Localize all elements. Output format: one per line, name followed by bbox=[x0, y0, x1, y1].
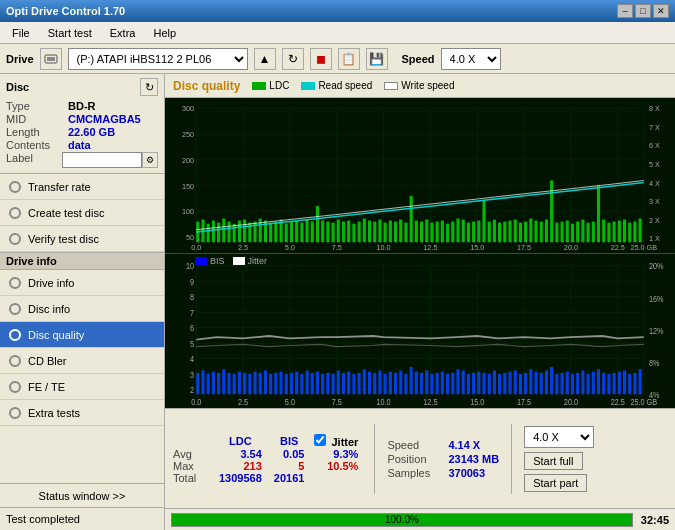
svg-rect-82 bbox=[519, 223, 522, 243]
svg-rect-101 bbox=[618, 221, 621, 243]
svg-text:12.5: 12.5 bbox=[423, 397, 438, 407]
nav-disc-quality[interactable]: Disc quality bbox=[0, 322, 164, 348]
svg-text:5: 5 bbox=[190, 339, 195, 349]
svg-rect-93 bbox=[576, 222, 579, 243]
progress-text: 100.0% bbox=[172, 514, 632, 526]
svg-rect-84 bbox=[529, 219, 532, 243]
disc-label-input[interactable] bbox=[62, 152, 142, 168]
svg-text:8: 8 bbox=[190, 292, 194, 302]
svg-rect-217 bbox=[534, 371, 537, 394]
svg-rect-98 bbox=[602, 220, 605, 243]
svg-rect-51 bbox=[358, 222, 361, 243]
svg-rect-94 bbox=[581, 220, 584, 243]
speed-select[interactable]: 4.0 X bbox=[441, 48, 501, 70]
svg-rect-215 bbox=[524, 372, 527, 393]
svg-rect-90 bbox=[561, 222, 564, 243]
chart-title: Disc quality bbox=[173, 79, 240, 93]
svg-text:3: 3 bbox=[190, 370, 194, 380]
nav-drive-info[interactable]: Drive info bbox=[0, 270, 164, 296]
svg-rect-184 bbox=[363, 369, 366, 394]
svg-rect-69 bbox=[451, 222, 454, 243]
svg-rect-38 bbox=[290, 222, 293, 243]
speed-row: Speed 4.14 X bbox=[387, 439, 499, 451]
start-full-button[interactable]: Start full bbox=[524, 452, 582, 470]
svg-rect-105 bbox=[639, 219, 642, 243]
svg-rect-231 bbox=[607, 374, 610, 394]
nav-transfer-rate[interactable]: Transfer rate bbox=[0, 174, 164, 200]
disc-refresh-button[interactable]: ↻ bbox=[140, 78, 158, 96]
status-section: Status window >> Test completed bbox=[0, 483, 164, 530]
svg-rect-78 bbox=[498, 223, 501, 243]
nav-cd-bler[interactable]: CD Bler bbox=[0, 348, 164, 374]
disc-type-value: BD-R bbox=[68, 100, 96, 112]
svg-rect-180 bbox=[342, 372, 345, 393]
start-part-button[interactable]: Start part bbox=[524, 474, 587, 492]
svg-rect-65 bbox=[430, 223, 433, 243]
menu-file[interactable]: File bbox=[4, 25, 38, 41]
svg-rect-66 bbox=[436, 222, 439, 243]
eject-button[interactable]: ▲ bbox=[254, 48, 276, 70]
svg-rect-52 bbox=[363, 219, 366, 243]
svg-rect-40 bbox=[300, 223, 303, 243]
disc-mid-row: MID CMCMAGBA5 bbox=[6, 113, 158, 125]
main-layout: Disc ↻ Type BD-R MID CMCMAGBA5 Length 22… bbox=[0, 74, 675, 530]
menu-start-test[interactable]: Start test bbox=[40, 25, 100, 41]
drive-select[interactable]: (P:) ATAPI iHBS112 2 PL06 bbox=[68, 48, 248, 70]
maximize-button[interactable]: □ bbox=[635, 4, 651, 18]
svg-rect-77 bbox=[493, 220, 496, 243]
svg-rect-44 bbox=[321, 221, 324, 243]
avg-label: Avg bbox=[173, 448, 213, 460]
svg-text:2: 2 bbox=[190, 385, 194, 395]
svg-rect-220 bbox=[550, 366, 553, 393]
nav-create-test-disc-label: Create test disc bbox=[28, 207, 104, 219]
svg-rect-42 bbox=[311, 222, 314, 243]
svg-text:9: 9 bbox=[190, 277, 194, 287]
disc-panel: Disc ↻ Type BD-R MID CMCMAGBA5 Length 22… bbox=[0, 74, 164, 174]
menu-extra[interactable]: Extra bbox=[102, 25, 144, 41]
refresh-drive-button[interactable]: ↻ bbox=[282, 48, 304, 70]
nav-verify-test-disc[interactable]: Verify test disc bbox=[0, 226, 164, 252]
svg-rect-68 bbox=[446, 224, 449, 243]
svg-rect-64 bbox=[425, 220, 428, 243]
max-label: Max bbox=[173, 460, 213, 472]
svg-rect-234 bbox=[623, 370, 626, 394]
disc-type-row: Type BD-R bbox=[6, 100, 158, 112]
nav-fe-te[interactable]: FE / TE bbox=[0, 374, 164, 400]
nav-create-test-disc[interactable]: Create test disc bbox=[0, 200, 164, 226]
svg-rect-181 bbox=[347, 371, 350, 394]
svg-text:0.0: 0.0 bbox=[191, 397, 202, 407]
svg-rect-237 bbox=[639, 369, 642, 394]
menu-help[interactable]: Help bbox=[145, 25, 184, 41]
svg-rect-47 bbox=[337, 220, 340, 243]
speed-dropdown[interactable]: 4.0 X bbox=[524, 426, 594, 448]
svg-text:7: 7 bbox=[190, 308, 194, 318]
jitter-legend-item: Jitter bbox=[233, 256, 268, 266]
status-window-button[interactable]: Status window >> bbox=[0, 484, 164, 508]
svg-text:20.0: 20.0 bbox=[564, 243, 578, 252]
stats-total-row: Total 1309568 20161 bbox=[173, 472, 362, 484]
svg-rect-103 bbox=[628, 223, 631, 243]
nav-disc-info[interactable]: Disc info bbox=[0, 296, 164, 322]
svg-text:1 X: 1 X bbox=[649, 234, 660, 243]
svg-rect-175 bbox=[316, 371, 319, 394]
close-button[interactable]: ✕ bbox=[653, 4, 669, 18]
nav-extra-tests[interactable]: Extra tests bbox=[0, 400, 164, 426]
nav-fe-te-label: FE / TE bbox=[28, 381, 65, 393]
svg-text:2.5: 2.5 bbox=[238, 243, 248, 252]
transfer-rate-icon bbox=[8, 180, 22, 194]
svg-rect-177 bbox=[326, 372, 329, 393]
svg-rect-154 bbox=[207, 374, 210, 394]
progress-percent: 100.0% bbox=[385, 514, 419, 525]
copy-button[interactable]: 📋 bbox=[338, 48, 360, 70]
disc-quality-icon bbox=[8, 328, 22, 342]
svg-rect-23 bbox=[212, 221, 215, 243]
jitter-checkbox[interactable] bbox=[314, 434, 326, 446]
svg-rect-203 bbox=[462, 370, 465, 394]
total-label: Total bbox=[173, 472, 213, 484]
svg-rect-55 bbox=[378, 220, 381, 243]
minimize-button[interactable]: – bbox=[617, 4, 633, 18]
save-button[interactable]: 💾 bbox=[366, 48, 388, 70]
disc-label-button[interactable]: ⚙ bbox=[142, 152, 158, 168]
svg-rect-25 bbox=[222, 219, 225, 243]
erase-button[interactable]: ◼ bbox=[310, 48, 332, 70]
